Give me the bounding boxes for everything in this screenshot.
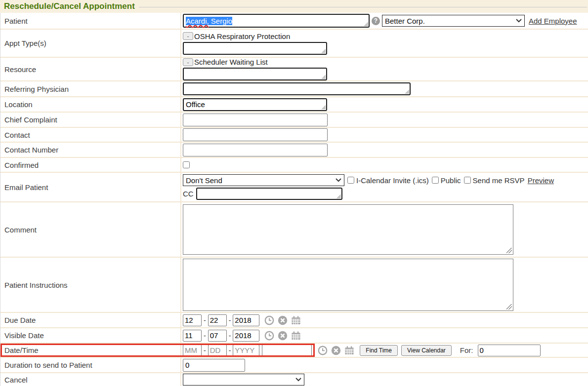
visible-date-day-input[interactable] (208, 330, 227, 342)
contact-input[interactable] (183, 128, 328, 141)
row-contact-number: Contact Number (0, 143, 588, 158)
find-time-button[interactable]: Find Time (360, 345, 398, 356)
datetime-month-input[interactable] (183, 345, 202, 356)
company-select[interactable]: Better Corp. (382, 15, 525, 27)
referring-physician-input[interactable] (184, 83, 410, 94)
date-separator: - (229, 332, 231, 340)
calendar-icon[interactable] (291, 331, 301, 341)
for-input[interactable] (478, 345, 541, 356)
appt-type-input-wrap (183, 42, 327, 55)
cancel-select-wrap (183, 374, 304, 386)
datetime-day-input[interactable] (208, 345, 227, 356)
cancel-select[interactable] (183, 374, 304, 386)
email-send-select-wrap: Don't Send (183, 174, 344, 186)
row-due-date: Due Date - - (0, 313, 588, 328)
rsvp-checkbox[interactable] (464, 177, 471, 184)
clear-icon[interactable] (278, 331, 288, 341)
ics-checkbox[interactable] (347, 177, 354, 184)
date-separator: - (229, 316, 231, 324)
collapse-button[interactable]: - (183, 58, 193, 66)
row-duration: Duration to send to Patient (0, 358, 588, 373)
location-input-wrap (183, 98, 327, 111)
patient-value: Acardi, Sergio (184, 17, 234, 25)
datetime-time-input[interactable] (262, 345, 312, 356)
chief-complaint-label: Chief Complaint (0, 113, 181, 127)
row-visible-date: Visible Date - - (0, 328, 588, 344)
comment-textarea[interactable] (183, 205, 513, 254)
row-patient: Patient Acardi, Sergio ? Better Corp. Ad… (0, 13, 588, 30)
comment-label: Comment (0, 202, 181, 257)
date-separator: - (204, 316, 206, 324)
collapse-button[interactable]: - (183, 32, 193, 40)
duration-label: Duration to send to Patient (0, 358, 181, 372)
datetime-year-input[interactable] (233, 345, 259, 356)
calendar-icon[interactable] (344, 346, 354, 355)
row-cancel: Cancel (0, 373, 588, 386)
due-date-day-input[interactable] (208, 314, 227, 326)
page-title: Reschedule/Cancel Appointment (4, 1, 135, 11)
contact-label: Contact (0, 128, 181, 142)
row-referring-physician: Referring Physician (0, 81, 588, 97)
location-label: Location (0, 97, 181, 112)
location-input[interactable] (184, 99, 326, 110)
contact-number-input[interactable] (183, 144, 328, 156)
referring-physician-label: Referring Physician (0, 81, 181, 96)
comment-textarea-wrap (183, 204, 513, 255)
cc-input[interactable] (197, 189, 341, 199)
email-send-select[interactable]: Don't Send (183, 174, 344, 186)
row-resource: Resource - Scheduler Waiting List (0, 58, 588, 81)
row-patient-instructions: Patient Instructions (0, 258, 588, 313)
clear-icon[interactable] (331, 346, 341, 355)
ics-label: I-Calendar Invite (.ics) (356, 176, 429, 185)
calendar-icon[interactable] (291, 315, 301, 325)
rsvp-label: Send me RSVP (473, 176, 525, 185)
row-contact: Contact (0, 128, 588, 143)
appt-type-input[interactable] (184, 43, 326, 54)
clock-icon[interactable] (318, 346, 328, 355)
row-location: Location (0, 97, 588, 113)
resource-input[interactable] (184, 69, 326, 79)
patient-instructions-textarea[interactable] (183, 259, 513, 310)
appt-type-selected: OSHA Respiratory Protection (194, 32, 290, 40)
patient-input[interactable]: Acardi, Sergio (183, 14, 370, 28)
visible-date-month-input[interactable] (183, 330, 202, 342)
cancel-label: Cancel (0, 373, 181, 386)
row-email-patient: Email Patient Don't Send I-Calendar Invi… (0, 173, 588, 202)
resource-label: Resource (0, 58, 181, 80)
view-calendar-button[interactable]: View Calendar (401, 345, 452, 356)
date-time-label: Date/Time (0, 344, 181, 357)
patient-instructions-label: Patient Instructions (0, 258, 181, 312)
help-icon[interactable]: ? (372, 17, 380, 25)
row-appt-types: Appt Type(s) - OSHA Respiratory Protecti… (0, 30, 588, 58)
clock-icon[interactable] (264, 315, 274, 325)
due-date-year-input[interactable] (233, 314, 259, 326)
chief-complaint-input[interactable] (183, 114, 328, 126)
referring-physician-input-wrap (183, 82, 411, 95)
cc-input-wrap (196, 188, 342, 200)
confirmed-checkbox[interactable] (183, 161, 190, 168)
visible-date-year-input[interactable] (233, 330, 259, 342)
resource-selected: Scheduler Waiting List (194, 58, 268, 66)
public-label: Public (441, 176, 461, 185)
resource-input-wrap (183, 68, 327, 80)
date-separator: - (229, 347, 231, 354)
visible-date-label: Visible Date (0, 328, 181, 343)
patient-instructions-textarea-wrap (183, 259, 513, 311)
contact-number-label: Contact Number (0, 143, 181, 157)
clear-icon[interactable] (278, 315, 288, 325)
date-separator: - (204, 332, 206, 340)
appointment-form: Patient Acardi, Sergio ? Better Corp. Ad… (0, 13, 588, 386)
duration-input[interactable] (183, 359, 245, 372)
form-header: Reschedule/Cancel Appointment (0, 0, 588, 13)
add-employee-link[interactable]: Add Employee (529, 17, 577, 25)
clock-icon[interactable] (264, 331, 274, 341)
for-label: For: (460, 346, 473, 354)
cc-label: CC (183, 190, 194, 198)
resize-grip[interactable] (364, 22, 368, 26)
due-date-month-input[interactable] (183, 314, 202, 326)
divider (139, 7, 587, 7)
preview-link[interactable]: Preview (528, 176, 554, 185)
public-checkbox[interactable] (432, 177, 439, 184)
appt-types-label: Appt Type(s) (0, 30, 181, 57)
email-patient-label: Email Patient (0, 173, 181, 201)
